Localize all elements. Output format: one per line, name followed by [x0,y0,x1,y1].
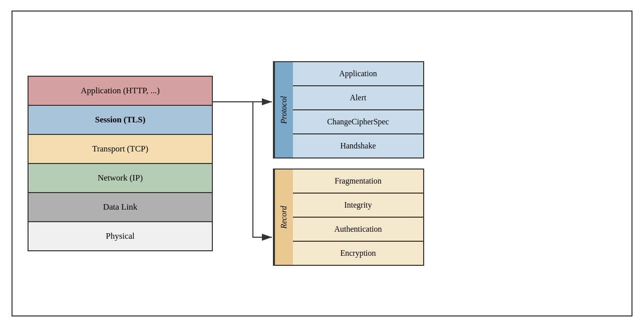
osi-layer-transport: Transport (TCP) [29,135,212,164]
record-row: Integrity [293,194,423,218]
record-block: Record FragmentationIntegrityAuthenticat… [273,169,424,266]
osi-layer-session: Session (TLS) [29,106,212,135]
main-container: Application (HTTP, ...)Session (TLS)Tran… [12,11,632,316]
protocol-block: Protocol ApplicationAlertChangeCipherSpe… [273,61,424,158]
osi-layer-application: Application (HTTP, ...) [29,77,212,106]
osi-layer-network: Network (IP) [29,164,212,193]
protocol-label: Protocol [274,62,293,157]
protocol-row: Handshake [293,134,423,157]
osi-stack: Application (HTTP, ...)Session (TLS)Tran… [28,76,213,251]
record-rows: FragmentationIntegrityAuthenticationEncr… [293,170,423,265]
protocol-row: ChangeCipherSpec [293,110,423,134]
record-row: Fragmentation [293,170,423,194]
osi-layer-datalink: Data Link [29,193,212,222]
record-row: Authentication [293,218,423,242]
protocol-row: Alert [293,86,423,110]
protocol-rows: ApplicationAlertChangeCipherSpecHandshak… [293,62,423,157]
record-row: Encryption [293,242,423,265]
osi-layer-physical: Physical [29,222,212,250]
record-label: Record [274,170,293,265]
protocol-row: Application [293,62,423,86]
tls-area: Protocol ApplicationAlertChangeCipherSpe… [273,22,616,305]
